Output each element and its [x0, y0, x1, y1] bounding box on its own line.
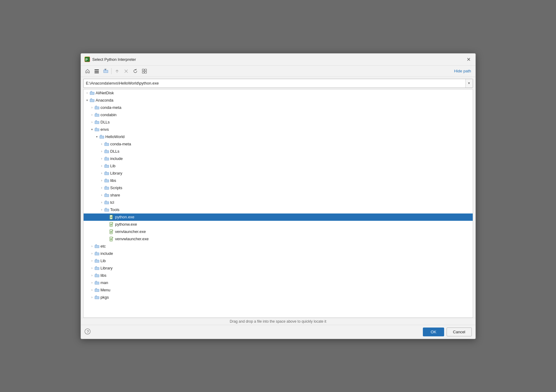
expander-icon: ›	[99, 207, 104, 212]
link-button[interactable]	[140, 67, 149, 75]
tree-item-hw-tcl[interactable]: › tcl	[84, 199, 473, 206]
svg-text:P: P	[85, 58, 88, 61]
item-label-include: include	[101, 251, 113, 256]
item-label-hw-lib: Lib	[110, 164, 116, 168]
tree-item-pkgs[interactable]: › pkgs	[84, 294, 473, 301]
expander-icon: ›	[99, 149, 104, 154]
item-label-hw-libs: libs	[110, 178, 116, 183]
item-label-hw-scripts: Scripts	[110, 186, 123, 190]
expander-icon: ›	[90, 295, 95, 300]
tree-item-python-exe[interactable]: python.exe	[84, 213, 473, 221]
app-icon: P	[85, 57, 90, 62]
expander-icon: ›	[99, 156, 104, 161]
tree-item-include[interactable]: › include	[84, 250, 473, 257]
tree-item-hw-lib[interactable]: › Lib	[84, 162, 473, 170]
svg-rect-25	[110, 237, 112, 241]
expander-icon: ›	[99, 164, 104, 168]
item-label-conda-meta: conda-meta	[101, 105, 122, 110]
item-label-hw-include: include	[110, 156, 123, 161]
delete-button[interactable]	[122, 67, 130, 75]
help-icon[interactable]: ?	[85, 328, 91, 335]
expander-icon: ›	[90, 113, 95, 117]
tree-item-alinetdisk[interactable]: › AliNetDisk	[84, 89, 473, 97]
tree-item-condabin[interactable]: › condabin	[84, 111, 473, 119]
item-label-venvlauncher-exe: venvlauncher.exe	[115, 229, 146, 234]
tree-item-anaconda[interactable]: ▾ Anaconda	[84, 97, 473, 104]
tree-item-menu[interactable]: › Menu	[84, 286, 473, 294]
expander-icon: ›	[90, 266, 95, 271]
item-label-hw-share: share	[110, 193, 120, 197]
expander-icon: ›	[99, 178, 104, 183]
item-label-dlls: DLLs	[101, 120, 110, 124]
tree-item-helloworld[interactable]: ▾ HelloWorld	[84, 133, 473, 140]
root-button[interactable]	[102, 67, 110, 75]
expander-icon: ›	[90, 273, 95, 278]
item-label-alinetdisk: AliNetDisk	[96, 91, 114, 95]
item-label-man: man	[101, 280, 108, 285]
tree-item-venvwlauncher-exe[interactable]: venvwlauncher.exe	[84, 235, 473, 243]
up-button[interactable]	[113, 67, 121, 75]
view-button[interactable]	[92, 67, 101, 75]
cancel-button[interactable]: Cancel	[447, 328, 471, 336]
path-input[interactable]	[84, 79, 465, 87]
expander-icon: ▾	[95, 134, 99, 139]
expander-icon: ›	[99, 171, 104, 176]
svg-text:?: ?	[87, 329, 89, 334]
item-label-venvwlauncher-exe: venvwlauncher.exe	[115, 237, 149, 241]
tree-item-hw-tools[interactable]: › Tools	[84, 206, 473, 213]
svg-rect-2	[95, 69, 99, 70]
tree-item-envs[interactable]: ▾ envs	[84, 126, 473, 133]
expander-icon: ›	[90, 258, 95, 263]
item-label-python-exe: python.exe	[115, 215, 135, 219]
item-label-hw-conda-meta: conda-meta	[110, 142, 131, 146]
svg-rect-4	[95, 72, 99, 73]
path-bar: ▾	[83, 79, 473, 88]
tree-item-hw-conda-meta[interactable]: › conda-meta	[84, 140, 473, 148]
expander-icon: ›	[90, 251, 95, 256]
item-label-condabin: condabin	[101, 113, 117, 117]
expander-icon: ›	[90, 105, 95, 110]
tree-item-etc[interactable]: › etc	[84, 243, 473, 250]
toolbar-left	[83, 67, 149, 75]
tree-item-library[interactable]: › Library	[84, 265, 473, 272]
svg-rect-21	[110, 230, 112, 234]
item-label-anaconda: Anaconda	[96, 98, 114, 102]
tree-item-man[interactable]: › man	[84, 279, 473, 286]
tree-item-venvlauncher-exe[interactable]: venvlauncher.exe	[84, 228, 473, 235]
ok-button[interactable]: OK	[423, 328, 444, 336]
tree-item-hw-share[interactable]: › share	[84, 192, 473, 199]
tree-item-dlls[interactable]: › DLLs	[84, 119, 473, 126]
tree-item-lib[interactable]: › Lib	[84, 257, 473, 265]
tree-item-conda-meta[interactable]: › conda-meta	[84, 104, 473, 111]
item-label-hw-tools: Tools	[110, 207, 119, 212]
home-button[interactable]	[83, 67, 92, 75]
item-label-hw-library: Library	[110, 171, 123, 175]
file-tree: › AliNetDisk ▾ Anaconda › conda-meta	[83, 89, 473, 318]
hide-path-button[interactable]: Hide path	[452, 68, 473, 74]
close-button[interactable]: ✕	[465, 56, 472, 63]
tree-item-hw-libs[interactable]: › libs	[84, 177, 473, 184]
expander-icon: ▾	[85, 98, 90, 103]
tree-item-pythonw-exe[interactable]: pythonw.exe	[84, 221, 473, 228]
path-dropdown-button[interactable]: ▾	[465, 79, 473, 88]
title-bar: P Select Python Interpreter ✕	[81, 54, 475, 66]
action-buttons: OK Cancel	[423, 328, 471, 336]
expander-icon: ›	[90, 120, 95, 125]
item-label-hw-dlls: DLLs	[110, 149, 119, 154]
expander-placeholder	[104, 222, 109, 227]
dialog-title: Select Python Interpreter	[92, 57, 463, 62]
item-label-libs: libs	[101, 273, 107, 278]
item-label-helloworld: HelloWorld	[105, 134, 125, 139]
item-label-pythonw-exe: pythonw.exe	[115, 222, 137, 227]
tree-item-libs[interactable]: › libs	[84, 272, 473, 279]
item-label-lib: Lib	[101, 258, 106, 263]
tree-item-hw-dlls[interactable]: › DLLs	[84, 148, 473, 155]
tree-item-hw-scripts[interactable]: › Scripts	[84, 184, 473, 192]
tree-item-hw-library[interactable]: › Library	[84, 170, 473, 177]
tree-item-hw-include[interactable]: › include	[84, 155, 473, 162]
refresh-button[interactable]	[131, 67, 140, 75]
svg-rect-11	[142, 71, 144, 73]
expander-placeholder	[104, 215, 109, 220]
expander-icon: ›	[99, 142, 104, 147]
svg-rect-13	[110, 215, 112, 219]
